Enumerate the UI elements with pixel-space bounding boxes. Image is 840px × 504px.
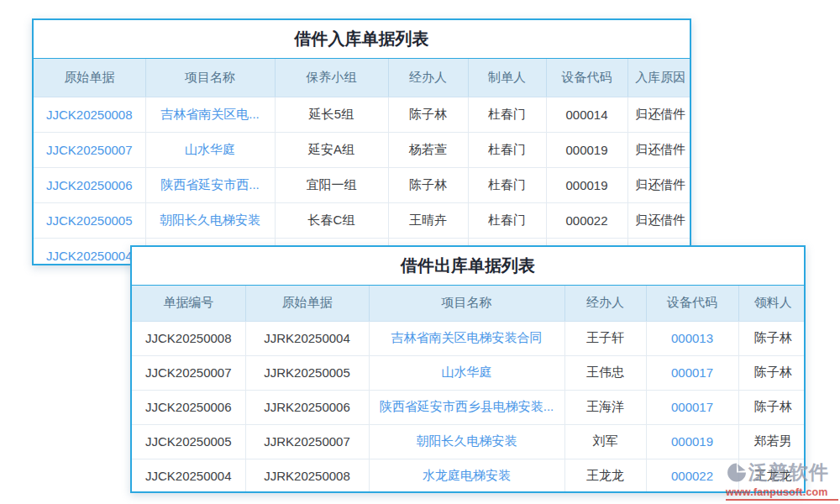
- origin-doc-cell: JJRK20250004: [245, 321, 369, 355]
- table-row: JJCK20250008 吉林省南关区电... 延长5组 陈子林 杜春门 000…: [34, 97, 691, 132]
- creator-cell: 杜春门: [468, 97, 546, 132]
- project-name-link[interactable]: 陕西省延安市西...: [145, 167, 275, 202]
- inbound-reason-cell: 归还借件: [627, 132, 691, 167]
- inbound-reason-cell: 归还借件: [627, 97, 691, 132]
- inbound-table: 原始单据 项目名称 保养小组 经办人 制单人 设备代码 入库原因 JJCK202…: [34, 59, 691, 265]
- outbound-list-card: 借件出库单据列表 单据编号 原始单据 项目名称 经办人 设备代码 领料人 JJC…: [130, 245, 806, 493]
- col-header-handler: 经办人: [564, 286, 646, 321]
- picker-cell: 陈子林: [738, 355, 806, 390]
- origin-doc-cell: JJRK20250008: [245, 459, 369, 493]
- col-header-handler: 经办人: [388, 59, 468, 97]
- device-code-link[interactable]: 000013: [646, 321, 738, 355]
- col-header-picker: 领料人: [738, 286, 806, 321]
- maintenance-group-cell: 长春C组: [275, 202, 388, 238]
- doc-number-link[interactable]: JJCK20250007: [34, 132, 145, 167]
- table-row: JJCK20250005 JJRK20250007 朝阳长久电梯安装 刘军 00…: [132, 424, 806, 459]
- maintenance-group-cell: 延安A组: [275, 132, 388, 167]
- col-header-device-code: 设备代码: [546, 59, 627, 97]
- project-name-link[interactable]: 陕西省延安市西乡县电梯安装...: [369, 390, 564, 424]
- doc-number-link[interactable]: JJCK20250004: [34, 238, 145, 265]
- doc-number-link[interactable]: JJCK20250008: [34, 97, 145, 132]
- col-header-origin-doc: 原始单据: [245, 286, 369, 321]
- device-code-cell: 000022: [546, 202, 627, 238]
- device-code-link[interactable]: 000017: [646, 355, 738, 390]
- project-name-link[interactable]: 山水华庭: [369, 355, 564, 390]
- table-row: JJCK20250004 JJRK20250008 水龙庭电梯安装 王龙龙 00…: [132, 459, 806, 493]
- picker-cell: 郑若男: [738, 424, 806, 459]
- creator-cell: 杜春门: [468, 167, 546, 202]
- device-code-link[interactable]: 000017: [646, 390, 738, 424]
- col-header-project: 项目名称: [369, 286, 564, 321]
- col-header-inbound-reason: 入库原因: [627, 59, 691, 97]
- col-header-device-code: 设备代码: [646, 286, 738, 321]
- doc-number-link[interactable]: JJCK20250006: [34, 167, 145, 202]
- picker-cell: 陈子林: [738, 321, 806, 355]
- col-header-project: 项目名称: [145, 59, 275, 97]
- handler-cell: 刘军: [564, 424, 646, 459]
- device-code-link[interactable]: 000019: [646, 424, 738, 459]
- project-name-link[interactable]: 吉林省南关区电梯安装合同: [369, 321, 564, 355]
- project-name-link[interactable]: 朝阳长久电梯安装: [145, 202, 275, 238]
- table-row: JJCK20250005 朝阳长久电梯安装 长春C组 王晴卉 杜春门 00002…: [34, 202, 691, 238]
- inbound-reason-cell: 归还借件: [627, 167, 691, 202]
- creator-cell: 杜春门: [468, 202, 546, 238]
- inbound-header-row: 原始单据 项目名称 保养小组 经办人 制单人 设备代码 入库原因: [34, 59, 691, 97]
- col-header-creator: 制单人: [468, 59, 546, 97]
- handler-cell: 陈子林: [388, 167, 468, 202]
- doc-number-cell: JJCK20250008: [132, 321, 245, 355]
- picker-cell: 王龙龙: [738, 459, 806, 493]
- handler-cell: 陈子林: [388, 97, 468, 132]
- inbound-list-card: 借件入库单据列表 原始单据 项目名称 保养小组 经办人 制单人 设备代码 入库原…: [32, 18, 691, 265]
- outbound-list-title: 借件出库单据列表: [132, 247, 804, 286]
- project-name-link[interactable]: 山水华庭: [145, 132, 275, 167]
- table-row: JJCK20250008 JJRK20250004 吉林省南关区电梯安装合同 王…: [132, 321, 806, 355]
- origin-doc-cell: JJRK20250005: [245, 355, 369, 390]
- outbound-table: 单据编号 原始单据 项目名称 经办人 设备代码 领料人 JJCK20250008…: [132, 286, 806, 493]
- creator-cell: 杜春门: [468, 132, 546, 167]
- table-row: JJCK20250007 JJRK20250005 山水华庭 王伟忠 00001…: [132, 355, 806, 390]
- doc-number-cell: JJCK20250006: [132, 390, 245, 424]
- handler-cell: 杨若萱: [388, 132, 468, 167]
- doc-number-cell: JJCK20250007: [132, 355, 245, 390]
- device-code-cell: 000014: [546, 97, 627, 132]
- maintenance-group-cell: 延长5组: [275, 97, 388, 132]
- device-code-cell: 000019: [546, 132, 627, 167]
- handler-cell: 王晴卉: [388, 202, 468, 238]
- table-row: JJCK20250007 山水华庭 延安A组 杨若萱 杜春门 000019 归还…: [34, 132, 691, 167]
- outbound-header-row: 单据编号 原始单据 项目名称 经办人 设备代码 领料人: [132, 286, 806, 321]
- col-header-doc-number: 单据编号: [132, 286, 245, 321]
- handler-cell: 王伟忠: [564, 355, 646, 390]
- device-code-link[interactable]: 000022: [646, 459, 738, 493]
- table-row: JJCK20250006 陕西省延安市西... 宜阳一组 陈子林 杜春门 000…: [34, 167, 691, 202]
- table-row: JJCK20250006 JJRK20250006 陕西省延安市西乡县电梯安装.…: [132, 390, 806, 424]
- col-header-origin-doc: 原始单据: [34, 59, 145, 97]
- handler-cell: 王子轩: [564, 321, 646, 355]
- origin-doc-cell: JJRK20250007: [245, 424, 369, 459]
- maintenance-group-cell: 宜阳一组: [275, 167, 388, 202]
- project-name-link[interactable]: 吉林省南关区电...: [145, 97, 275, 132]
- inbound-reason-cell: 归还借件: [627, 202, 691, 238]
- doc-number-cell: JJCK20250004: [132, 459, 245, 493]
- device-code-cell: 000019: [546, 167, 627, 202]
- picker-cell: 陈子林: [738, 390, 806, 424]
- project-name-link[interactable]: 水龙庭电梯安装: [369, 459, 564, 493]
- origin-doc-cell: JJRK20250006: [245, 390, 369, 424]
- col-header-maintenance-group: 保养小组: [275, 59, 388, 97]
- handler-cell: 王龙龙: [564, 459, 646, 493]
- doc-number-link[interactable]: JJCK20250005: [34, 202, 145, 238]
- doc-number-cell: JJCK20250005: [132, 424, 245, 459]
- project-name-link[interactable]: 朝阳长久电梯安装: [369, 424, 564, 459]
- inbound-list-title: 借件入库单据列表: [34, 20, 690, 59]
- handler-cell: 王海洋: [564, 390, 646, 424]
